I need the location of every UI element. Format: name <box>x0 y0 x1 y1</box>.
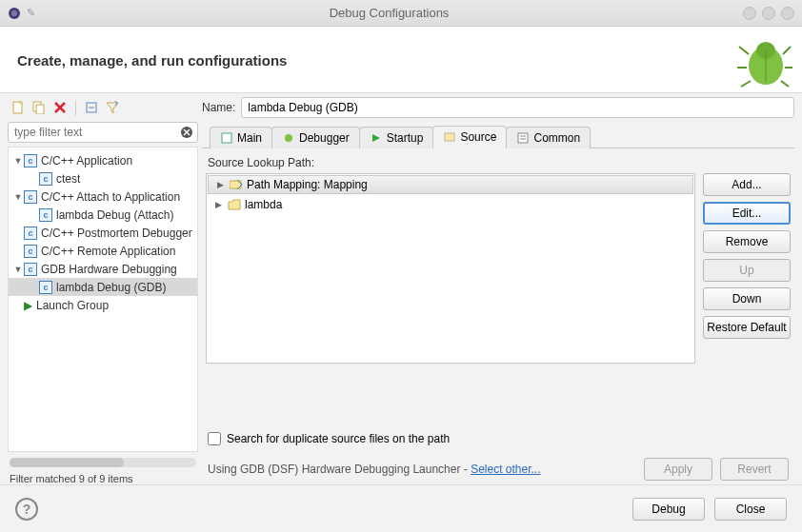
name-label: Name: <box>202 101 235 114</box>
path-mapping-icon <box>230 179 243 190</box>
source-panel: Source Lookup Path: ▶ Path Mapping: Mapp… <box>202 148 794 484</box>
config-tree[interactable]: ▼cC/C++ Application cctest ▼cC/C++ Attac… <box>8 147 198 452</box>
source-row-lambda[interactable]: ▶ lambda <box>207 195 694 214</box>
right-pane: Name: Main Debugger Startup Source Commo… <box>202 97 794 484</box>
tree-item-ctest[interactable]: cctest <box>9 169 197 187</box>
tree-item-cpp-attach[interactable]: ▼cC/C++ Attach to Application <box>9 187 197 206</box>
window-title: Debug Configurations <box>35 6 743 20</box>
name-input[interactable] <box>241 97 794 118</box>
twistie-icon[interactable]: ▼ <box>12 156 24 166</box>
tab-main[interactable]: Main <box>210 127 272 148</box>
tab-bar: Main Debugger Startup Source Common <box>202 124 794 148</box>
c-type-icon: c <box>24 245 37 258</box>
dialog-header: Create, manage, and run configurations <box>0 27 802 93</box>
tab-common[interactable]: Common <box>506 127 591 148</box>
tree-item-lambda-gdb[interactable]: clambda Debug (GDB) <box>9 278 197 296</box>
c-type-icon: c <box>24 190 37 204</box>
dup-source-checkbox[interactable] <box>208 432 221 445</box>
c-type-icon: c <box>39 281 52 294</box>
h-scrollbar[interactable] <box>10 458 196 467</box>
svg-rect-21 <box>518 133 528 143</box>
collapse-all-icon[interactable] <box>83 99 100 116</box>
apply-button: Apply <box>644 458 712 481</box>
delete-config-icon[interactable] <box>51 99 69 116</box>
tree-item-launch-group[interactable]: ▶Launch Group <box>9 296 197 314</box>
remove-button[interactable]: Remove <box>703 230 791 253</box>
filter-icon[interactable]: › <box>104 99 121 116</box>
source-row-label: lambda <box>245 198 282 211</box>
svg-line-4 <box>739 47 749 54</box>
dialog-footer: ? Debug Close <box>0 484 802 532</box>
svg-rect-18 <box>222 133 231 143</box>
source-lookup-label: Source Lookup Path: <box>208 156 791 169</box>
tree-item-gdb-hw[interactable]: ▼cGDB Hardware Debugging <box>9 260 197 278</box>
launch-group-icon: ▶ <box>24 299 32 312</box>
close-window-button[interactable] <box>781 7 794 20</box>
tab-startup[interactable]: Startup <box>359 127 434 148</box>
source-row-label: Path Mapping: Mapping <box>247 178 368 191</box>
maximize-button[interactable] <box>762 7 775 20</box>
folder-icon <box>228 199 241 210</box>
add-button[interactable]: Add... <box>703 173 791 196</box>
pin-icon[interactable]: ✎ <box>27 7 35 19</box>
c-type-icon: c <box>24 154 37 167</box>
new-config-icon[interactable] <box>10 99 27 116</box>
twistie-icon[interactable]: ▼ <box>12 192 24 202</box>
restore-default-button[interactable]: Restore Default <box>703 316 791 339</box>
expand-icon[interactable]: ▶ <box>212 200 224 209</box>
clear-filter-icon[interactable] <box>179 125 194 140</box>
source-tab-icon <box>443 130 456 144</box>
bug-icon <box>735 35 792 89</box>
svg-line-8 <box>741 81 751 87</box>
c-type-icon: c <box>39 172 52 186</box>
startup-tab-icon <box>370 131 383 145</box>
minimize-button[interactable] <box>743 7 756 20</box>
tree-item-remote-app[interactable]: cC/C++ Remote Application <box>9 242 197 260</box>
svg-point-1 <box>11 10 17 16</box>
titlebar: ✎ Debug Configurations <box>0 0 802 27</box>
tree-item-lambda-attach[interactable]: clambda Debug (Attach) <box>9 206 197 224</box>
tab-debugger[interactable]: Debugger <box>271 127 360 148</box>
help-icon[interactable]: ? <box>15 498 38 521</box>
debug-button[interactable]: Debug <box>632 498 705 521</box>
svg-rect-13 <box>36 105 44 114</box>
c-type-icon: c <box>24 263 37 276</box>
svg-line-9 <box>781 81 789 87</box>
filter-status: Filter matched 9 of 9 items <box>8 469 198 484</box>
tree-item-cpp-application[interactable]: ▼cC/C++ Application <box>9 151 197 169</box>
launcher-text: Using GDB (DSF) Hardware Debugging Launc… <box>208 463 541 476</box>
source-button-column: Add... Edit... Remove Up Down Restore De… <box>703 173 791 423</box>
svg-line-5 <box>783 47 791 54</box>
debugger-tab-icon <box>282 131 295 145</box>
edit-button[interactable]: Edit... <box>703 202 791 225</box>
expand-icon[interactable]: ▶ <box>214 180 226 189</box>
main-tab-icon <box>220 131 233 145</box>
c-type-icon: c <box>39 208 52 222</box>
down-button[interactable]: Down <box>703 287 791 310</box>
revert-button: Revert <box>720 458 789 481</box>
dup-source-label: Search for duplicate source files on the… <box>227 432 450 445</box>
tab-source[interactable]: Source <box>432 126 507 148</box>
eclipse-icon <box>8 7 21 20</box>
duplicate-config-icon[interactable] <box>30 99 48 116</box>
common-tab-icon <box>516 131 530 145</box>
select-other-link[interactable]: Select other... <box>471 463 540 476</box>
up-button: Up <box>703 259 791 282</box>
toolbar-separator <box>75 100 76 115</box>
svg-rect-20 <box>445 133 454 141</box>
filter-input[interactable] <box>8 122 198 143</box>
left-pane: › ▼cC/C++ Application cctest ▼cC/C++ Att… <box>8 97 198 484</box>
svg-text:›: › <box>114 101 118 109</box>
source-lookup-list[interactable]: ▶ Path Mapping: Mapping ▶ lambda <box>206 173 695 364</box>
scroll-thumb[interactable] <box>10 458 124 467</box>
twistie-icon[interactable]: ▼ <box>12 265 24 274</box>
page-title: Create, manage, and run configurations <box>17 52 287 69</box>
svg-point-19 <box>285 134 292 142</box>
config-toolbar: › <box>8 97 198 122</box>
tree-item-postmortem[interactable]: cC/C++ Postmortem Debugger <box>9 224 197 242</box>
source-row-path-mapping[interactable]: ▶ Path Mapping: Mapping <box>208 175 693 194</box>
c-type-icon: c <box>24 227 37 240</box>
close-button[interactable]: Close <box>714 498 787 521</box>
